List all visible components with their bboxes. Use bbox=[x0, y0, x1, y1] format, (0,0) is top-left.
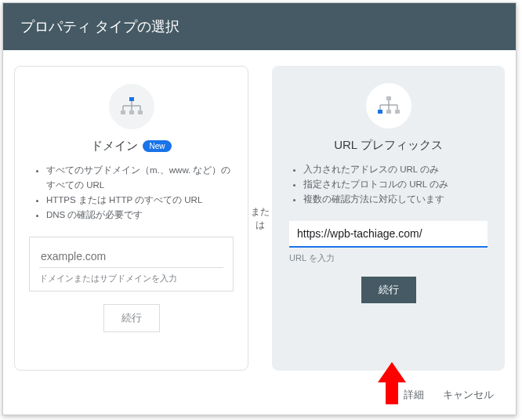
svg-rect-8 bbox=[138, 110, 143, 114]
domain-continue-button[interactable]: 続行 bbox=[103, 304, 160, 332]
list-item: すべてのサブドメイン（m.、www. など）のすべての URL bbox=[46, 163, 234, 193]
details-link[interactable]: 詳細 bbox=[404, 388, 424, 402]
url-prefix-card-title: URL プレフィックス bbox=[334, 138, 443, 153]
dialog-content: ドメイン New すべてのサブドメイン（m.、www. など）のすべての URL… bbox=[3, 50, 516, 378]
svg-rect-9 bbox=[386, 96, 391, 100]
domain-features-list: すべてのサブドメイン（m.、www. など）のすべての URL HTTPS また… bbox=[29, 163, 234, 223]
domain-input[interactable] bbox=[39, 245, 223, 268]
domain-input-label: ドメインまたはサブドメインを入力 bbox=[39, 273, 223, 284]
new-badge: New bbox=[143, 140, 171, 152]
url-prefix-features-list: 入力されたアドレスの URL のみ 指定されたプロトコルの URL のみ 複数の… bbox=[286, 162, 491, 207]
list-item: DNS の確認が必要です bbox=[46, 208, 234, 223]
url-prefix-continue-button[interactable]: 続行 bbox=[361, 277, 416, 303]
property-type-dialog: プロパティ タイプの選択 ドメイン New bbox=[2, 2, 517, 415]
list-item: 入力されたアドレスの URL のみ bbox=[303, 162, 491, 177]
svg-rect-6 bbox=[121, 110, 125, 114]
domain-hierarchy-icon bbox=[109, 84, 154, 129]
svg-rect-17 bbox=[395, 110, 400, 114]
dialog-footer: 詳細 キャンセル bbox=[3, 378, 516, 415]
domain-card-title: ドメイン bbox=[91, 139, 138, 154]
svg-rect-0 bbox=[129, 97, 134, 101]
url-prefix-card-title-row: URL プレフィックス bbox=[334, 138, 443, 153]
domain-card-title-row: ドメイン New bbox=[91, 139, 171, 154]
dialog-title: プロパティ タイプの選択 bbox=[20, 19, 179, 34]
domain-input-wrap: ドメインまたはサブドメインを入力 bbox=[29, 237, 234, 291]
svg-rect-15 bbox=[378, 110, 382, 114]
list-item: 指定されたプロトコルの URL のみ bbox=[303, 177, 491, 192]
list-item: HTTPS または HTTP のすべての URL bbox=[46, 193, 234, 208]
url-prefix-input-wrap: URL を入力 bbox=[286, 221, 491, 264]
svg-rect-16 bbox=[386, 110, 391, 114]
cancel-button[interactable]: キャンセル bbox=[443, 388, 494, 402]
url-prefix-card[interactable]: URL プレフィックス 入力されたアドレスの URL のみ 指定されたプロトコル… bbox=[272, 66, 505, 371]
list-item: 複数の確認方法に対応しています bbox=[303, 192, 491, 207]
url-prefix-input-label: URL を入力 bbox=[289, 252, 488, 264]
url-prefix-input[interactable] bbox=[289, 221, 488, 248]
url-prefix-hierarchy-icon bbox=[366, 83, 411, 129]
domain-card[interactable]: ドメイン New すべてのサブドメイン（m.、www. など）のすべての URL… bbox=[14, 66, 248, 371]
dialog-header: プロパティ タイプの選択 bbox=[3, 3, 516, 50]
svg-rect-7 bbox=[129, 110, 134, 114]
or-divider: または bbox=[248, 205, 272, 232]
